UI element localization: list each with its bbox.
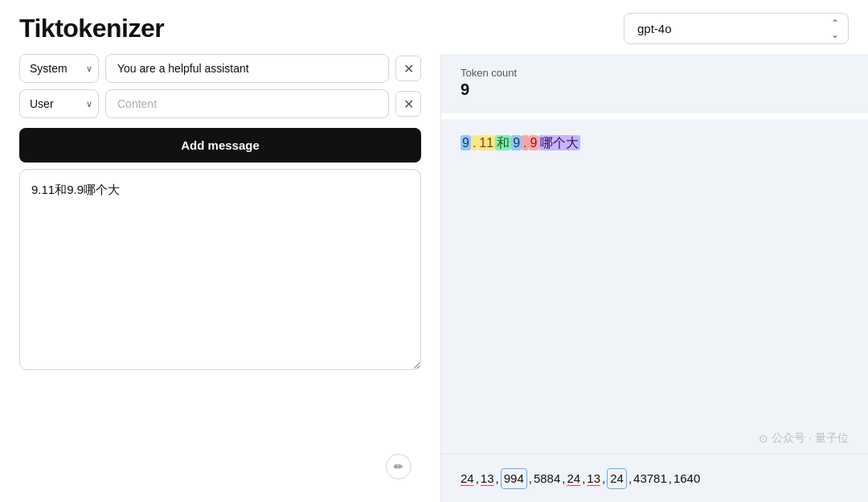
token-11: 11 [477,135,495,150]
right-panel: Token count 9 9.11和9.9哪个大 24 , 13 , 994 … [441,54,868,502]
add-message-button[interactable]: Add message [19,128,421,163]
token-9-1: 9 [461,135,471,150]
system-remove-button[interactable]: ✕ [395,56,421,81]
watermark: ⊙ 公众号 · 量子位 [759,431,849,446]
user-role-select-wrapper: User System Assistant ∨ [19,89,99,118]
token-id-1640: 1640 [674,469,700,488]
token-nage-da: 哪个大 [538,135,580,150]
token-count-label: Token count [461,67,849,79]
user-remove-icon: ✕ [403,97,414,112]
user-remove-button[interactable]: ✕ [395,91,421,117]
wechat-icon: ⊙ [759,432,768,445]
user-message-row: User System Assistant ∨ ✕ [19,89,421,118]
token-id-43781: 43781 [633,469,667,488]
system-content-input[interactable] [105,54,389,83]
watermark-text: 公众号 · 量子位 [772,431,849,446]
system-role-select[interactable]: System User Assistant [19,54,99,83]
edit-icon: ✏ [394,460,403,473]
token-id-13-2: 13 [587,469,600,488]
token-id-5884: 5884 [534,469,560,488]
content-textarea-wrapper: 9.11和9.9哪个大 ✏ [19,169,421,489]
tokenized-text-box: 9.11和9.9哪个大 [441,119,868,454]
token-ids-box: 24 , 13 , 994 , 5884 , 24 , 13 , 24 , 43… [441,454,868,502]
token-dot-2: . [522,135,528,150]
user-content-input[interactable] [105,89,389,118]
token-9-3: 9 [529,135,539,150]
token-id-994: 994 [501,468,527,489]
system-role-select-wrapper: System User Assistant ∨ [19,54,99,83]
token-id-24-3: 24 [607,468,627,489]
user-role-select[interactable]: User System Assistant [19,89,99,118]
token-he: 和 [495,135,511,150]
left-panel: System User Assistant ∨ ✕ User System As… [0,54,440,502]
token-id-13-1: 13 [481,469,494,488]
main-layout: System User Assistant ∨ ✕ User System As… [0,54,868,502]
content-textarea[interactable]: 9.11和9.9哪个大 [19,169,421,370]
token-9-2: 9 [511,135,522,150]
header: Tiktokenizer gpt-4o gpt-4 gpt-3.5-turbo … [0,0,868,54]
model-select[interactable]: gpt-4o gpt-4 gpt-3.5-turbo cl100k_base [624,13,849,44]
edit-icon-button[interactable]: ✏ [386,454,411,479]
model-selector-wrapper: gpt-4o gpt-4 gpt-3.5-turbo cl100k_base ⌃… [624,13,849,44]
token-count-box: Token count 9 [441,54,868,113]
system-remove-icon: ✕ [403,61,414,76]
token-count-value: 9 [461,80,849,99]
system-message-row: System User Assistant ∨ ✕ [19,54,421,83]
app-title: Tiktokenizer [19,14,164,43]
token-id-24-1: 24 [461,469,474,488]
token-id-24-2: 24 [567,469,580,488]
